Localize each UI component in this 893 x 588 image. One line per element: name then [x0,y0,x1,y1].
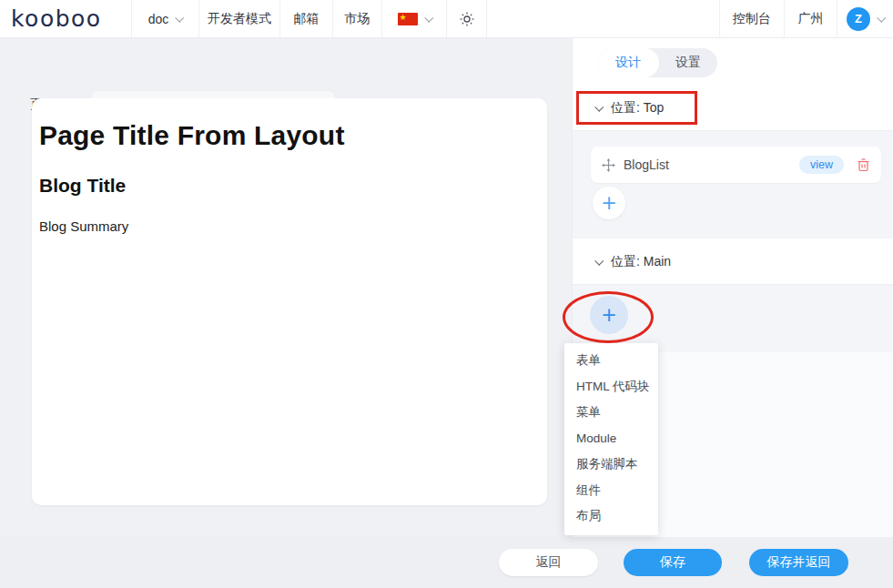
main-content: 页面名称 Page Title From Layout Blog Title B… [0,38,572,537]
add-widget-main-button[interactable]: + [590,296,628,334]
chevron-down-icon [594,103,604,112]
nav-doc-label: doc [148,12,169,26]
language-selector[interactable]: ★ [381,0,446,37]
delete-widget-button[interactable] [857,157,870,172]
add-widget-menu: 表单 HTML 代码块 菜单 Module 服务端脚本 组件 布局 [564,343,658,535]
back-button[interactable]: 返回 [499,549,598,576]
widget-row-bloglist[interactable]: BlogList view [591,147,881,183]
nav-market-label: 市场 [345,11,370,27]
chevron-down-icon [594,257,604,266]
nav-item-market[interactable]: 市场 [332,0,381,37]
menu-item-menu[interactable]: 菜单 [564,400,658,426]
kooboo-logo-text: kooboo [11,5,102,32]
navbar-spacer [486,0,719,37]
chevron-down-icon [424,14,433,23]
top-navbar: kooboo doc 开发者模式 邮箱 市场 ★ 控制台 广州 [0,0,893,38]
nav-region-label: 广州 [798,11,824,27]
tab-settings[interactable]: 设置 [659,48,717,77]
avatar-initial: Z [855,12,862,25]
chevron-down-icon [176,14,185,23]
user-menu[interactable]: Z [837,0,893,37]
section-position-top-label: 位置: Top [611,100,664,117]
plus-icon: + [601,304,617,326]
menu-item-layout[interactable]: 布局 [564,503,658,530]
footer-bar: 返回 保存 保存并返回 [0,537,893,588]
move-icon [602,158,615,172]
save-and-return-button[interactable]: 保存并返回 [749,549,848,576]
chevron-down-icon [877,14,886,23]
position-main-body: + [573,284,893,352]
preview-blog-summary: Blog Summary [39,218,538,234]
section-position-top[interactable]: 位置: Top [573,91,893,125]
tab-design[interactable]: 设计 [597,48,659,77]
panel-tabs: 设计 设置 [597,48,717,77]
kooboo-logo[interactable]: kooboo [0,0,131,37]
sun-icon [460,12,474,26]
page-preview-card: Page Title From Layout Blog Title Blog S… [32,98,547,505]
preview-page-title: Page Title From Layout [39,120,538,151]
add-widget-top-button[interactable]: + [593,187,625,219]
menu-item-form[interactable]: 表单 [564,348,658,374]
preview-blog-title: Blog Title [39,175,538,197]
nav-item-mail[interactable]: 邮箱 [279,0,332,37]
nav-item-console[interactable]: 控制台 [719,0,784,37]
menu-item-server-script[interactable]: 服务端脚本 [564,451,658,478]
nav-item-doc[interactable]: doc [131,0,198,37]
widget-name: BlogList [624,157,799,172]
plus-icon: + [601,192,617,214]
nav-item-region[interactable]: 广州 [784,0,837,37]
tab-design-label: 设计 [615,55,641,71]
theme-toggle-button[interactable] [446,0,486,37]
position-top-body: BlogList view + [573,131,893,238]
tab-settings-label: 设置 [675,55,701,71]
menu-item-html-block[interactable]: HTML 代码块 [564,374,658,400]
nav-console-label: 控制台 [733,11,771,27]
section-position-main[interactable]: 位置: Main [573,245,893,279]
nav-mail-label: 邮箱 [294,11,320,27]
avatar: Z [847,7,870,31]
save-button[interactable]: 保存 [624,549,722,576]
section-position-main-label: 位置: Main [611,254,671,270]
menu-item-component[interactable]: 组件 [564,478,658,504]
menu-item-module[interactable]: Module [564,426,658,452]
view-badge[interactable]: view [799,156,844,174]
position-main-band: 位置: Main [573,238,893,284]
trash-icon [857,157,870,172]
nav-dev-mode-label: 开发者模式 [208,11,271,27]
nav-item-dev-mode[interactable]: 开发者模式 [198,0,279,37]
china-flag-icon: ★ [398,13,418,25]
